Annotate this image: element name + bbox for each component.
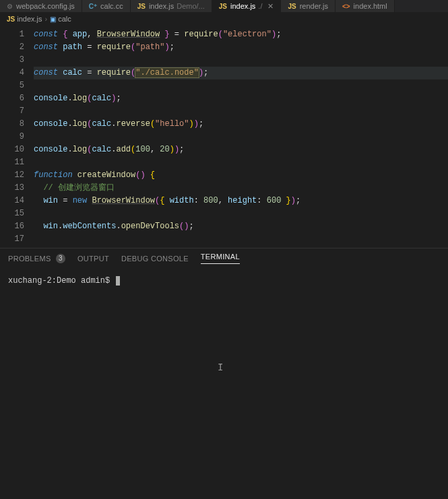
line-number: 11 (0, 156, 34, 169)
js-icon: JS (137, 3, 146, 10)
line-number: 16 (0, 220, 34, 233)
js-icon: JS (7, 15, 15, 23)
code-line[interactable]: // 创建浏览器窗口 (34, 182, 448, 195)
editor-tab[interactable]: JSindex.jsDemo/... (131, 0, 212, 12)
html-icon: <> (342, 3, 350, 10)
code-line[interactable]: const calc = require("./calc.node"); (34, 67, 448, 79)
line-number: 15 (0, 207, 34, 220)
breadcrumb-symbol: calc (58, 15, 71, 23)
code-content[interactable]: const { app, BrowserWindow } = require("… (34, 26, 448, 248)
code-line[interactable]: console.log(calc.add(100, 20)); (34, 143, 448, 156)
editor-tab[interactable]: C⁺calc.cc (82, 0, 131, 12)
line-number: 2 (0, 41, 34, 54)
js-icon: JS (288, 3, 296, 10)
cpp-icon: C⁺ (89, 3, 97, 10)
code-line[interactable] (34, 233, 448, 246)
editor-tab[interactable]: JSindex.js./✕ (212, 0, 282, 12)
tab-debug-console[interactable]: DEBUG CONSOLE (121, 255, 189, 263)
panel-tab-bar: PROBLEMS 3 OUTPUT DEBUG CONSOLE TERMINAL (0, 248, 448, 268)
code-line[interactable]: function createWindow() { (34, 169, 448, 182)
tab-label: calc.cc (100, 2, 123, 10)
code-line[interactable]: const { app, BrowserWindow } = require("… (34, 28, 448, 41)
tab-label: webpack.config.js (16, 2, 75, 10)
code-line[interactable] (34, 156, 448, 169)
tab-hint: ./ (258, 2, 262, 10)
symbol-icon: ▣ (50, 15, 56, 23)
breadcrumb-file: index.js (17, 15, 42, 23)
editor-tab-bar: ⚙webpack.config.jsC⁺calc.ccJSindex.jsDem… (0, 0, 448, 12)
tab-label: index.html (354, 2, 387, 10)
line-number: 6 (0, 92, 34, 105)
code-editor[interactable]: 1234567891011121314151617 const { app, B… (0, 26, 448, 248)
editor-tab[interactable]: JSrender.js (281, 0, 335, 12)
line-number: 7 (0, 105, 34, 118)
code-line[interactable]: console.log(calc); (34, 92, 448, 105)
terminal-cursor (116, 276, 120, 286)
chevron-right-icon: › (45, 15, 48, 23)
line-number: 9 (0, 131, 34, 143)
line-number: 17 (0, 233, 34, 246)
code-line[interactable] (34, 54, 448, 67)
breadcrumb[interactable]: JS index.js › ▣ calc (0, 12, 448, 26)
code-line[interactable]: console.log(calc.reverse("hello")); (34, 118, 448, 131)
code-line[interactable] (34, 207, 448, 220)
editor-tab[interactable]: ⚙webpack.config.js (0, 0, 82, 12)
line-number: 5 (0, 79, 34, 92)
tab-label: index.js (149, 2, 174, 10)
js-icon: JS (219, 3, 227, 10)
line-number: 14 (0, 195, 34, 207)
tab-terminal[interactable]: TERMINAL (201, 253, 240, 264)
close-icon[interactable]: ✕ (267, 2, 274, 11)
editor-tab[interactable]: <>index.html (335, 0, 395, 12)
line-number: 12 (0, 169, 34, 182)
tab-problems[interactable]: PROBLEMS 3 (8, 254, 65, 263)
terminal-panel[interactable]: xuchang-2:Demo admin$ I (0, 268, 448, 499)
tab-output[interactable]: OUTPUT (77, 255, 109, 263)
tab-hint: Demo/... (177, 2, 205, 10)
text-cursor-icon: I (218, 362, 223, 373)
config-icon: ⚙ (7, 3, 13, 10)
code-line[interactable]: win.webContents.openDevTools(); (34, 220, 448, 233)
line-number: 8 (0, 118, 34, 131)
line-number: 4 (0, 67, 34, 79)
problems-count-badge: 3 (56, 254, 65, 263)
line-number: 1 (0, 28, 34, 41)
code-line[interactable]: win = new BrowserWindow({ width: 800, he… (34, 195, 448, 207)
terminal-prompt: xuchang-2:Demo admin$ (8, 276, 115, 286)
line-number-gutter: 1234567891011121314151617 (0, 26, 34, 248)
code-line[interactable] (34, 105, 448, 118)
code-line[interactable]: const path = require("path"); (34, 41, 448, 54)
code-line[interactable] (34, 79, 448, 92)
line-number: 10 (0, 143, 34, 156)
tab-label: index.js (230, 2, 255, 10)
code-line[interactable] (34, 131, 448, 143)
tab-label: render.js (300, 2, 328, 10)
line-number: 3 (0, 54, 34, 67)
line-number: 13 (0, 182, 34, 195)
